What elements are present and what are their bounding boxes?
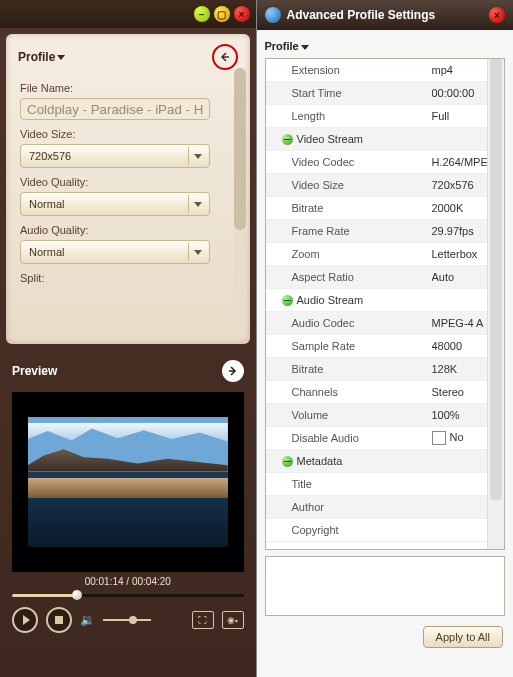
audio-quality-select[interactable]: Normal — [20, 240, 210, 264]
stop-button[interactable] — [46, 607, 72, 633]
setting-key: Disable Audio — [266, 432, 432, 444]
fullscreen-button[interactable]: ⛶ — [192, 611, 214, 629]
setting-key: Video Size — [266, 179, 432, 191]
settings-icon — [265, 7, 281, 23]
setting-key: Video Codec — [266, 156, 432, 168]
left-panel: – ▢ × Profile File Name: Video Size: 720… — [0, 0, 256, 677]
close-advanced-button[interactable]: × — [489, 7, 505, 23]
video-size-label: Video Size: — [20, 128, 236, 140]
group-video-stream[interactable]: Video Stream — [266, 133, 422, 146]
scrollbar-thumb[interactable] — [490, 59, 502, 500]
stop-icon — [55, 616, 63, 624]
chevron-down-icon — [57, 55, 65, 60]
setting-key: Length — [266, 110, 432, 122]
maximize-button[interactable]: ▢ — [214, 6, 230, 22]
setting-key: Audio Codec — [266, 317, 432, 329]
description-box[interactable] — [265, 556, 506, 616]
collapse-icon[interactable] — [282, 134, 293, 145]
profile-heading[interactable]: Profile — [18, 50, 65, 64]
volume-slider[interactable] — [103, 615, 151, 625]
volume-icon[interactable]: 🔉 — [80, 613, 95, 627]
setting-key: Frame Rate — [266, 225, 432, 237]
video-size-select[interactable]: 720x576 — [20, 144, 210, 168]
playback-time: 00:01:14 / 00:04:20 — [12, 576, 244, 587]
playback-controls: 🔉 ⛶ ◉▾ — [0, 601, 256, 643]
setting-key: Volume — [266, 409, 432, 421]
disable-audio-checkbox[interactable] — [432, 431, 446, 445]
video-size-value: 720x576 — [29, 150, 71, 162]
audio-quality-value: Normal — [29, 246, 64, 258]
group-metadata[interactable]: Metadata — [266, 455, 422, 468]
video-preview[interactable] — [12, 392, 244, 572]
tree-scrollbar[interactable] — [487, 59, 504, 549]
setting-key: Bitrate — [266, 202, 432, 214]
snapshot-button[interactable]: ◉▾ — [222, 611, 244, 629]
collapse-icon[interactable] — [282, 295, 293, 306]
apply-to-all-button[interactable]: Apply to All — [423, 626, 503, 648]
video-quality-value: Normal — [29, 198, 64, 210]
advanced-titlebar: Advanced Profile Settings × — [257, 0, 514, 30]
play-icon — [23, 615, 30, 625]
preview-panel: Preview 00:01:14 / 00:04:20 🔉 ⛶ ◉▾ — [0, 350, 256, 677]
advanced-profile-heading[interactable]: Profile — [257, 30, 514, 58]
profile-form: File Name: Video Size: 720x576 Video Qua… — [6, 72, 250, 298]
file-name-input[interactable] — [20, 98, 210, 120]
setting-key: Extension — [266, 64, 432, 76]
setting-key: Copyright — [266, 524, 432, 536]
seek-thumb[interactable] — [72, 590, 82, 600]
file-name-label: File Name: — [20, 82, 236, 94]
settings-tree: Extensionmp4 Start Time00:00:00 LengthFu… — [265, 58, 506, 550]
minimize-button[interactable]: – — [194, 6, 210, 22]
advanced-settings-panel: Advanced Profile Settings × Profile Exte… — [256, 0, 514, 677]
chevron-down-icon — [188, 243, 207, 261]
collapse-icon[interactable] — [282, 456, 293, 467]
setting-key: Aspect Ratio — [266, 271, 432, 283]
seek-slider[interactable] — [12, 589, 244, 601]
arrow-right-icon — [227, 365, 239, 377]
chevron-down-icon — [301, 45, 309, 50]
group-audio-stream[interactable]: Audio Stream — [266, 294, 422, 307]
back-button[interactable] — [212, 44, 238, 70]
setting-key: Author — [266, 501, 432, 513]
video-frame — [28, 417, 228, 547]
profile-scrollbar[interactable] — [234, 68, 246, 338]
setting-key: Start Time — [266, 87, 432, 99]
advanced-title: Advanced Profile Settings — [287, 8, 484, 22]
audio-quality-label: Audio Quality: — [20, 224, 236, 236]
scrollbar-thumb[interactable] — [234, 68, 246, 230]
profile-panel: Profile File Name: Video Size: 720x576 V… — [6, 34, 250, 344]
setting-key: Zoom — [266, 248, 432, 260]
setting-key: Title — [266, 478, 432, 490]
close-button[interactable]: × — [234, 6, 250, 22]
video-quality-select[interactable]: Normal — [20, 192, 210, 216]
setting-key: Bitrate — [266, 363, 432, 375]
setting-key: Channels — [266, 386, 432, 398]
video-quality-label: Video Quality: — [20, 176, 236, 188]
split-label: Split: — [20, 272, 236, 284]
expand-preview-button[interactable] — [222, 360, 244, 382]
play-button[interactable] — [12, 607, 38, 633]
arrow-left-icon — [219, 51, 231, 63]
preview-heading: Preview — [12, 364, 57, 378]
setting-key: Sample Rate — [266, 340, 432, 352]
chevron-down-icon — [188, 147, 207, 165]
window-titlebar: – ▢ × — [0, 0, 256, 28]
volume-thumb[interactable] — [129, 616, 137, 624]
chevron-down-icon — [188, 195, 207, 213]
